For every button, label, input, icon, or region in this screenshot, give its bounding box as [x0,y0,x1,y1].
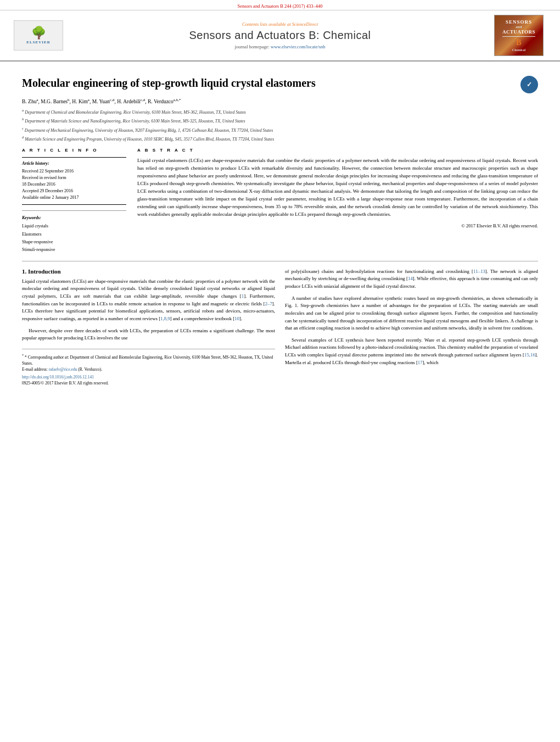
corresponding-author-note: * * Corresponding author at: Department … [22,353,275,366]
keywords-label: Keywords: [22,215,126,220]
ref10[interactable]: 10 [234,316,239,321]
affil-sup-d: d [22,135,24,139]
available-date: Available online 2 January 2017 [22,194,126,201]
email-label: E-mail address: [22,367,48,372]
affil-d: d Materials Science and Engineering Prog… [22,135,538,142]
citation-bar: Sensors and Actuators B 244 (2017) 433–4… [0,0,560,10]
keywords-box: Keywords: Liquid crystals Elastomers Sha… [22,210,126,254]
affil-c-text: Department of Mechanical Engineering, Un… [25,127,273,132]
affil-a: a Department of Chemical and Biomolecula… [22,108,538,115]
sensors-logo-divider [502,36,535,37]
citation-text: Sensors and Actuators B 244 (2017) 433–4… [238,3,323,9]
affil-sup-a: a [22,108,24,112]
section1-heading: 1. Introduction [22,268,275,275]
section1-para1: Liquid crystal elastomers (LCEs) are sha… [22,278,275,323]
article-container: Molecular engineering of step-growth liq… [0,62,560,397]
journal-title-center: Contents lists available at ScienceDirec… [66,21,494,49]
right-para2: A number of studies have explored altern… [285,295,538,332]
affil-b: b Department of Materials Science and Na… [22,116,538,124]
elsevier-tree-icon: 🌳 [31,27,46,39]
sensors-logo-subtitle: Chemical [512,48,525,52]
sciencedirect-name[interactable]: ScienceDirect [292,21,318,27]
email-line: E-mail address: rafaelv@rice.edu (R. Ver… [22,366,275,372]
homepage-url[interactable]: www.elsevier.com/locate/snb [271,44,326,49]
article-title-section: Molecular engineering of step-growth liq… [22,76,538,93]
ref2-7[interactable]: 2–7 [265,301,272,306]
abstract-label: A B S T R A C T [137,148,538,153]
footnote-star: * [22,353,24,357]
crossmark-icon: ✓ [527,81,532,89]
body-columns: 1. Introduction Liquid crystal elastomer… [22,268,538,386]
section1-title: Introduction [28,268,61,275]
affil-c: c Department of Mechanical Engineering, … [22,126,538,133]
footnote-text-content: * Corresponding author at: Department of… [22,354,273,365]
sensors-logo-text-line2: and [516,25,522,29]
right-col-abstract: A B S T R A C T Liquid crystal elastomer… [137,148,538,254]
sensors-logo-text-line1: SENSORS [506,19,532,25]
journal-header: 🌳 ELSEVIER Contents lists available at S… [0,10,560,62]
elsevier-logo-section: 🌳 ELSEVIER [11,20,66,51]
keyword-3: Shape-responsive [22,238,126,246]
revised-label: Received in revised form [22,175,126,181]
accepted-date: Accepted 29 December 2016 [22,188,126,194]
affil-a-text: Department of Chemical and Biomolecular … [25,110,246,115]
email-address[interactable]: rafaelv@rice.edu [49,367,77,372]
author-sup-a2: a [88,98,89,102]
keyword-4: Stimuli-responsive [22,246,126,254]
keyword-2: Elastomers [22,231,126,238]
issn-line: 0925-4005/© 2017 Elsevier B.V. All right… [22,381,275,386]
section-divider [22,261,538,261]
left-col-article-info: A R T I C L E I N F O Article history: R… [22,148,126,254]
article-info-label: A R T I C L E I N F O [22,148,126,153]
affil-d-text: Materials Science and Engineering Progra… [25,137,274,142]
article-history-label: Article history: [22,161,126,166]
journal-homepage: journal homepage: www.elsevier.com/locat… [66,44,494,49]
sensors-logo-image: SENSORS and ACTUATORS B Chemical [494,15,544,56]
sensors-logo-text-line3: ACTUATORS [502,29,535,35]
affiliations: a Department of Chemical and Biomolecula… [22,108,538,142]
sciencedirect-link: Contents lists available at ScienceDirec… [66,21,494,27]
journal-main-title: Sensors and Actuators B: Chemical [66,29,494,42]
ref1[interactable]: 1 [242,293,244,299]
authors-line: B. Zhua, M.G. Barnesb, H. Kima, M. Yuanc… [22,98,538,104]
article-info-abstract: A R T I C L E I N F O Article history: R… [22,148,538,254]
affil-b-text: Department of Materials Science and Nano… [25,119,245,124]
doi-link[interactable]: http://dx.doi.org/10.1016/j.snb.2016.12.… [22,375,275,380]
right-col-text: of poly(siloxane) chains and hydrosilyla… [285,268,538,367]
footnote-area: * * Corresponding author at: Department … [22,349,275,386]
section1-number: 1. [22,268,26,275]
received-date: Received 22 September 2016 [22,168,126,175]
article-info-box: Article history: Received 22 September 2… [22,157,126,205]
abstract-text: Liquid crystal elastomers (LCEs) are sha… [137,157,538,219]
email-name: (R. Verduzco). [78,367,102,372]
author-sup-a: a [36,98,38,102]
author-sup-b: b [68,98,70,102]
author-sup-cd2: c,d [141,98,145,102]
keyword-1: Liquid crystals [22,222,126,230]
right-para3: Several examples of LCE synthesis have b… [285,337,538,367]
ref1-8-9[interactable]: 1,8,9 [160,316,170,321]
right-para1: of poly(siloxane) chains and hydrosilyla… [285,268,538,291]
affil-sup-c: c [22,126,24,130]
article-title: Molecular engineering of step-growth liq… [22,76,515,90]
elsevier-logo-box: 🌳 ELSEVIER [14,20,63,51]
author-sup-cd: c,d [110,98,114,102]
sensors-logo-letter: B [516,38,521,47]
sensors-logo-section: SENSORS and ACTUATORS B Chemical [494,15,549,56]
body-left-col: 1. Introduction Liquid crystal elastomer… [22,268,275,386]
section1-para2: However, despite over three decades of w… [22,327,275,342]
author-sup-ab-star: a,b,* [173,98,181,102]
ref14[interactable]: 14 [408,276,413,281]
affil-sup-b: b [22,117,24,121]
copyright-line: © 2017 Elsevier B.V. All rights reserved… [137,223,538,228]
section1-body: Liquid crystal elastomers (LCEs) are sha… [22,278,275,342]
body-right-col: of poly(siloxane) chains and hydrosilyla… [285,268,538,386]
ref17[interactable]: 17 [418,360,423,365]
crossmark-badge[interactable]: ✓ [520,76,538,93]
ref11-13[interactable]: 11–13 [473,269,485,274]
ref15-16[interactable]: 15,16 [524,352,535,358]
revised-date: 18 December 2016 [22,181,126,188]
elsevier-brand-text: ELSEVIER [26,40,50,44]
